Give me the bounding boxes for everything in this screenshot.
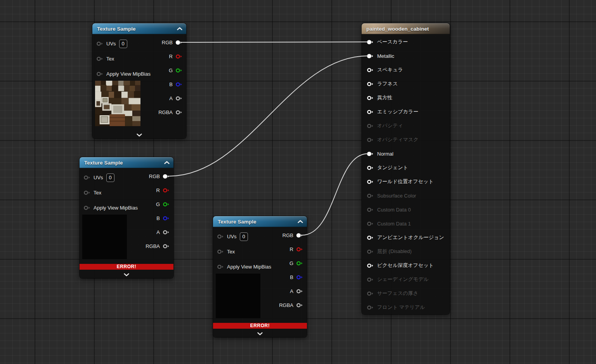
texture-sample-node-2[interactable]: Texture Sample UVs0TexApply View MipBias… (80, 157, 173, 278)
input-pin-apply-view-mipbias[interactable] (217, 264, 224, 269)
material-input-pin-2[interactable] (367, 68, 374, 73)
material-input-pin-5[interactable] (367, 109, 374, 114)
material-input-pin-10[interactable] (367, 179, 374, 184)
output-label: RGB (149, 173, 160, 179)
wire-rgb-to-metallic[interactable] (168, 56, 368, 176)
output-label: B (169, 81, 173, 87)
node-header[interactable]: painted_wooden_cabinet (362, 23, 450, 34)
material-input-pin-0[interactable] (367, 40, 374, 45)
material-input-pin-18[interactable] (367, 291, 374, 296)
material-input-row-15: 屈折 (Disabled) (362, 244, 450, 258)
material-input-label: Custom Data 1 (377, 221, 411, 227)
input-row-tex: Tex (217, 244, 271, 259)
output-pin-r[interactable] (296, 247, 303, 252)
output-pin-rgb[interactable] (175, 40, 182, 45)
material-input-row-18: サーフェスの厚さ (362, 286, 450, 300)
material-input-pin-14[interactable] (367, 235, 374, 240)
input-label: Apply View MipBias (106, 71, 151, 77)
output-row-g: G (158, 63, 182, 77)
material-input-label: Metallic (377, 53, 394, 59)
input-pin-apply-view-mipbias[interactable] (83, 205, 90, 210)
material-output-node[interactable]: painted_wooden_cabinet ベースカラーMetallicスペキ… (362, 23, 450, 314)
wire-rgb-to-normal[interactable] (302, 154, 368, 235)
input-pin-uvs[interactable] (83, 175, 90, 180)
output-row-b: B (146, 211, 170, 225)
input-pin-uvs[interactable] (217, 234, 224, 239)
material-input-pin-15[interactable] (367, 249, 374, 254)
texture-preview-black (82, 215, 127, 259)
material-input-pin-8[interactable] (367, 151, 374, 156)
expand-chevron-icon[interactable] (80, 272, 173, 277)
input-label: Apply View MipBias (227, 264, 271, 270)
material-input-pin-4[interactable] (367, 95, 374, 101)
material-input-pin-16[interactable] (367, 263, 374, 268)
expand-chevron-icon[interactable] (213, 331, 307, 336)
material-input-label: エミッシブカラー (377, 108, 418, 115)
output-pins-column: RGBRGBARGBA (279, 228, 303, 312)
output-label: R (169, 54, 173, 59)
output-pin-g[interactable] (296, 261, 303, 266)
output-pin-g[interactable] (175, 68, 182, 73)
uvs-value-box[interactable]: 0 (119, 40, 127, 48)
output-pin-b[interactable] (175, 82, 182, 87)
input-pin-tex[interactable] (96, 56, 103, 61)
collapse-chevron-icon[interactable] (298, 220, 303, 223)
output-label: RGB (162, 40, 173, 45)
material-input-pin-11[interactable] (367, 193, 374, 198)
expand-chevron-icon[interactable] (92, 133, 186, 137)
material-input-pin-1[interactable] (367, 54, 374, 59)
output-pin-b[interactable] (296, 275, 303, 280)
output-pin-a[interactable] (175, 96, 182, 101)
node-header[interactable]: Texture Sample (92, 23, 186, 34)
input-pin-tex[interactable] (217, 249, 224, 254)
output-label: A (290, 288, 293, 294)
collapse-chevron-icon[interactable] (164, 161, 170, 164)
input-label: Apply View MipBias (94, 205, 138, 211)
material-input-row-12: Custom Data 0 (362, 203, 450, 217)
material-input-label: オパシティ (377, 122, 403, 129)
output-row-a: A (279, 284, 303, 298)
input-label: Tex (106, 56, 114, 62)
uvs-value-box[interactable]: 0 (240, 232, 248, 241)
output-pin-r[interactable] (163, 188, 170, 193)
material-input-pin-7[interactable] (367, 137, 374, 142)
input-row-tex: Tex (83, 185, 138, 200)
collapse-chevron-icon[interactable] (177, 27, 182, 30)
uvs-value-box[interactable]: 0 (106, 173, 114, 182)
node-header[interactable]: Texture Sample (80, 157, 173, 168)
output-pin-a[interactable] (296, 289, 303, 294)
output-pin-r[interactable] (175, 54, 182, 59)
wire-rgb-to-basecolor[interactable] (181, 42, 368, 42)
input-pin-apply-view-mipbias[interactable] (96, 71, 103, 76)
output-pin-rgb[interactable] (296, 233, 303, 238)
output-row-b: B (279, 270, 303, 284)
input-pin-tex[interactable] (83, 190, 90, 195)
output-pin-b[interactable] (163, 216, 170, 221)
material-input-pin-19[interactable] (367, 305, 374, 310)
node-header[interactable]: Texture Sample (213, 216, 307, 227)
graph-canvas[interactable]: Texture Sample UVs0TexApply View MipBias… (0, 0, 596, 364)
material-input-pin-3[interactable] (367, 81, 374, 87)
material-input-pin-17[interactable] (367, 277, 374, 282)
material-input-row-0: ベースカラー (362, 35, 450, 49)
node-title: Texture Sample (84, 160, 123, 166)
texture-sample-node-1[interactable]: Texture Sample UVs0TexApply View MipBias… (92, 23, 186, 139)
material-input-pin-12[interactable] (367, 207, 374, 212)
output-pin-rgba[interactable] (175, 110, 182, 115)
output-pin-g[interactable] (163, 202, 170, 207)
output-pin-a[interactable] (163, 230, 170, 235)
material-input-pin-6[interactable] (367, 123, 374, 128)
texture-sample-node-3[interactable]: Texture Sample UVs0TexApply View MipBias… (213, 216, 307, 337)
output-row-rgba: RGBA (279, 298, 303, 312)
output-pin-rgba[interactable] (163, 244, 170, 249)
output-pin-rgb[interactable] (163, 174, 170, 179)
input-pin-uvs[interactable] (96, 41, 103, 46)
output-label: R (156, 187, 160, 193)
output-label: A (169, 95, 173, 101)
material-input-label: ピクセル深度オフセット (377, 262, 434, 269)
material-input-pin-13[interactable] (367, 221, 374, 226)
output-label: B (290, 274, 293, 280)
output-label: G (289, 260, 293, 266)
output-pin-rgba[interactable] (296, 303, 303, 308)
material-input-pin-9[interactable] (367, 165, 374, 170)
